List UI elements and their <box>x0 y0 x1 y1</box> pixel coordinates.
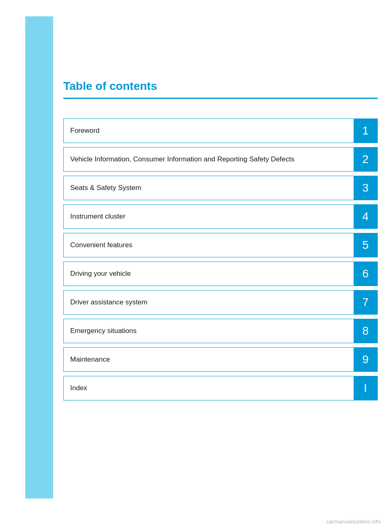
toc-item[interactable]: Vehicle Information, Consumer Informatio… <box>63 147 378 172</box>
toc-item[interactable]: Driver assistance system7 <box>63 290 378 315</box>
toc-item-label: Driver assistance system <box>64 291 354 314</box>
toc-item[interactable]: Instrument cluster4 <box>63 204 378 229</box>
toc-item-label: Convenient features <box>64 233 354 257</box>
toc-item[interactable]: Emergency situations8 <box>63 319 378 343</box>
toc-item-number: 3 <box>354 176 377 200</box>
footer-watermark: carmanualsonline.info <box>326 519 381 525</box>
toc-item-number: 5 <box>354 233 377 257</box>
toc-item-number: I <box>354 376 377 400</box>
toc-item-number: 9 <box>354 348 377 371</box>
toc-list: Foreword1Vehicle Information, Consumer I… <box>63 118 378 400</box>
divider-line <box>63 98 378 99</box>
toc-item[interactable]: Convenient features5 <box>63 233 378 257</box>
toc-item-label: Emergency situations <box>64 319 354 343</box>
toc-item-number: 6 <box>354 262 377 286</box>
toc-item-label: Maintenance <box>64 348 354 371</box>
toc-item-label: Vehicle Information, Consumer Informatio… <box>64 148 354 171</box>
toc-item-number: 1 <box>354 119 377 143</box>
toc-item-label: Seats & Safety System <box>64 176 354 200</box>
main-content: Table of contents Foreword1Vehicle Infor… <box>63 80 378 400</box>
toc-item-number: 8 <box>354 319 377 343</box>
page-title: Table of contents <box>63 80 378 93</box>
toc-item[interactable]: Maintenance9 <box>63 347 378 372</box>
sidebar-strip <box>25 16 53 498</box>
toc-item[interactable]: IndexI <box>63 376 378 400</box>
toc-item-label: Driving your vehicle <box>64 262 354 286</box>
toc-item-number: 2 <box>354 148 377 171</box>
toc-item-number: 7 <box>354 291 377 314</box>
toc-item-number: 4 <box>354 205 377 228</box>
toc-item-label: Foreword <box>64 119 354 143</box>
toc-item[interactable]: Seats & Safety System3 <box>63 176 378 200</box>
toc-item-label: Instrument cluster <box>64 205 354 228</box>
toc-item[interactable]: Driving your vehicle6 <box>63 262 378 286</box>
toc-item[interactable]: Foreword1 <box>63 118 378 143</box>
page-container: Table of contents Foreword1Vehicle Infor… <box>0 0 392 532</box>
toc-item-label: Index <box>64 376 354 400</box>
